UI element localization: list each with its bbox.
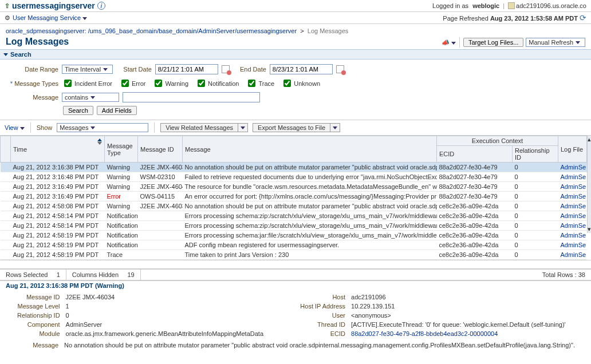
type-unknown[interactable]: Unknown (281, 78, 320, 89)
det-val-ecid[interactable]: 88a2d027-fe30-4e79-a2f8-bbdeb4ead3c2-000… (351, 330, 585, 337)
logged-in-label: Logged in as (432, 2, 468, 9)
vertical-scrollbar[interactable]: ▴▾ (587, 136, 591, 233)
gear-icon: ⚙ (5, 14, 10, 22)
det-lbl-msg-level: Message Level (6, 303, 60, 310)
host-short: adc2191096.us.oracle.co (516, 2, 586, 9)
broadcast-icon[interactable]: 📣 (442, 39, 456, 46)
end-date-label: End Date (240, 66, 266, 73)
table-row[interactable]: Aug 21, 2012 4:58:19 PM PDTNotificationA… (1, 240, 587, 250)
col-msg-type[interactable]: Message Type (105, 136, 138, 163)
logged-in-user: weblogic (472, 2, 499, 9)
col-ecid[interactable]: ECID (437, 146, 513, 163)
rows-selected-value: 1 (57, 271, 60, 278)
show-label: Show (37, 124, 53, 131)
total-rows-value: 38 (578, 271, 585, 278)
message-label: Message (6, 94, 58, 101)
type-warning[interactable]: Warning (152, 78, 188, 89)
table-row[interactable]: Aug 21, 2012 4:58:19 PM PDTTraceTime tak… (1, 250, 587, 260)
message-text-input[interactable] (123, 92, 260, 102)
det-val-host: adc2191096 (351, 294, 585, 300)
table-row[interactable]: Aug 21, 2012 4:58:14 PM PDTNotificationE… (1, 211, 587, 221)
det-val-message: No annotation should be put on attribute… (64, 342, 575, 349)
page-refreshed-time: Aug 23, 2012 1:53:58 AM PDT (490, 15, 578, 22)
search-button[interactable]: Search (63, 106, 93, 115)
det-lbl-ecid: ECID (281, 330, 345, 337)
type-trace[interactable]: Trace (246, 78, 274, 89)
add-fields-button[interactable]: Add Fields (97, 106, 137, 115)
det-lbl-message: Message (6, 342, 58, 349)
horizontal-scrollbar[interactable] (0, 260, 591, 269)
table-row[interactable]: Aug 21, 2012 4:58:08 PM PDTWarningJ2EE J… (1, 201, 587, 211)
calendar-icon[interactable] (336, 65, 344, 73)
view-menu[interactable]: View (5, 124, 25, 131)
page-title: Log Messages (0, 35, 74, 49)
grid-toolbar: View Show Messages View Related Messages… (0, 120, 591, 136)
table-row[interactable]: Aug 21, 2012 3:16:48 PM PDTWarningWSM-02… (1, 172, 587, 182)
col-msg-id[interactable]: Message ID (138, 136, 183, 163)
col-time[interactable]: Time (11, 136, 105, 163)
breadcrumb-link[interactable]: oracle_sdpmessagingserver: /ums_096_base… (6, 27, 297, 34)
table-row[interactable]: Aug 21, 2012 4:58:14 PM PDTNotificationE… (1, 221, 587, 231)
table-row[interactable]: Aug 21, 2012 3:16:49 PM PDTWarningJ2EE J… (1, 182, 587, 192)
status-up-icon: ⇧ (5, 2, 10, 10)
refresh-mode-select[interactable]: Manual Refresh (526, 38, 585, 47)
export-button[interactable]: Export Messages to File (253, 123, 340, 132)
app-header: ⇧ usermessagingserver i Logged in as web… (0, 0, 591, 12)
collapse-icon (3, 53, 8, 56)
total-rows-label: Total Rows : (542, 271, 577, 278)
type-incident-error[interactable]: Incident Error (62, 78, 112, 89)
search-section-header[interactable]: Search (0, 49, 591, 60)
show-select[interactable]: Messages (57, 123, 148, 132)
table-row[interactable]: Aug 21, 2012 3:16:38 PM PDTWarningJ2EE J… (1, 163, 587, 172)
start-date-input[interactable] (155, 64, 218, 74)
rows-selected-label: Rows Selected (6, 271, 48, 278)
det-lbl-msg-id: Message ID (6, 294, 60, 300)
det-val-thread-id: [ACTIVE].ExecuteThread: '0' for queue: '… (351, 321, 585, 328)
page-refreshed-label: Page Refreshed (443, 15, 488, 22)
date-range-label: Date Range (6, 66, 58, 73)
col-rel-id[interactable]: Relationship ID (513, 146, 558, 163)
det-lbl-user: User (281, 312, 345, 319)
end-date-input[interactable] (270, 64, 333, 74)
col-exec-ctx[interactable]: Execution Context (437, 136, 558, 146)
detail-header-text: Aug 21, 2012 3:16:38 PM PDT (Warning) (6, 282, 124, 289)
detail-panel: Message ID J2EE JMX-46034 Message Level … (0, 290, 591, 341)
detail-section-header[interactable]: Aug 21, 2012 3:16:38 PM PDT (Warning) (0, 280, 591, 290)
det-lbl-host-ip: Host IP Address (281, 303, 345, 310)
det-val-msg-level: 1 (66, 303, 275, 310)
cols-hidden-value: 19 (127, 271, 134, 278)
det-lbl-module: Module (6, 330, 60, 337)
info-icon[interactable]: i (97, 2, 105, 10)
cols-hidden-label: Columns Hidden (72, 271, 119, 278)
target-log-files-button[interactable]: Target Log Files... (463, 38, 523, 47)
col-log-file[interactable]: Log File (558, 136, 587, 163)
breadcrumb-current: Log Messages (308, 27, 349, 34)
col-message[interactable]: Message (183, 136, 437, 163)
chevron-down-icon (82, 17, 87, 20)
view-related-button[interactable]: View Related Messages (160, 123, 248, 132)
det-val-module: oracle.as.jmx.framework.generic.MBeanAtt… (66, 330, 275, 337)
type-notification[interactable]: Notification (195, 78, 239, 89)
service-menu[interactable]: User Messaging Service (13, 14, 87, 21)
table-row[interactable]: Aug 21, 2012 4:58:19 PM PDTNotificationE… (1, 231, 587, 240)
server-icon (508, 2, 515, 9)
start-date-label: Start Date (123, 66, 152, 73)
breadcrumb: oracle_sdpmessagingserver: /ums_096_base… (0, 24, 591, 35)
col-selector[interactable] (1, 136, 11, 163)
table-row[interactable]: Aug 21, 2012 3:16:49 PM PDTErrorOWS-0411… (1, 192, 587, 201)
grid-status-bar: Rows Selected 1 Columns Hidden 19 Total … (0, 269, 591, 280)
type-error[interactable]: Error (119, 78, 145, 89)
message-op-select[interactable]: contains (62, 93, 119, 102)
date-range-select[interactable]: Time Interval (62, 65, 113, 74)
det-lbl-rel-id: Relationship ID (6, 312, 60, 319)
refresh-icon[interactable] (580, 15, 586, 22)
server-name: usermessagingserver (12, 1, 95, 10)
chevron-down-icon (576, 41, 580, 44)
message-types-label: Message Types (6, 80, 58, 87)
calendar-icon[interactable] (222, 65, 230, 73)
search-section-label: Search (10, 51, 31, 58)
det-val-msg-id: J2EE JMX-46034 (66, 294, 275, 300)
log-table: Time Message Type Message ID Message Exe… (0, 136, 587, 260)
det-val-rel-id: 0 (66, 312, 275, 319)
det-val-user: <anonymous> (351, 312, 585, 319)
